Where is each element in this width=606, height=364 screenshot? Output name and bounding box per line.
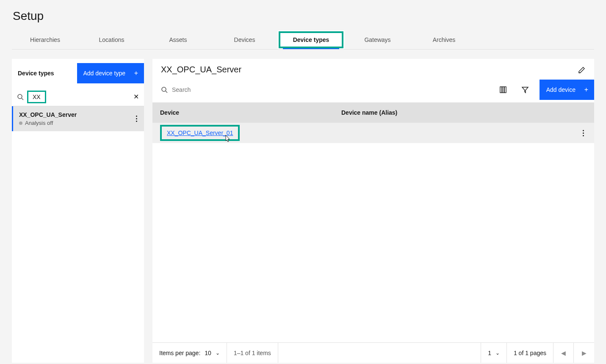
page-value: 1 [488, 350, 491, 356]
tab-assets[interactable]: Assets [145, 30, 211, 49]
setup-tabs: Hierarchies Locations Assets Devices Dev… [12, 30, 594, 50]
status-dot-icon [19, 121, 22, 125]
sidebar-item-status-text: Analysis off [25, 120, 53, 126]
tab-locations[interactable]: Locations [78, 30, 145, 49]
plus-icon: + [584, 86, 588, 94]
sidebar-search[interactable]: XX ✕ [12, 88, 144, 106]
tab-device-types[interactable]: Device types [278, 30, 344, 49]
sidebar-item-name: XX_OPC_UA_Server [19, 111, 77, 118]
page-title: Setup [0, 0, 606, 30]
sidebar-item-status: Analysis off [19, 120, 77, 126]
svg-point-0 [18, 94, 22, 99]
main-panel: XX_OPC_UA_Server Add device + Device [152, 59, 594, 363]
sidebar-item-opc-server[interactable]: XX_OPC_UA_Server Analysis off [12, 106, 144, 131]
sidebar-item-menu-icon[interactable] [133, 114, 140, 124]
clear-search-icon[interactable]: ✕ [133, 93, 139, 101]
svg-point-3 [162, 87, 166, 91]
add-device-label: Add device [546, 86, 576, 93]
items-range-text: 1–1 of 1 items [234, 350, 271, 356]
devices-search-input[interactable] [172, 86, 489, 93]
devices-search[interactable] [159, 81, 490, 98]
svg-rect-5 [500, 87, 502, 93]
add-device-type-button[interactable]: Add device type + [77, 63, 144, 83]
column-device[interactable]: Device [160, 109, 341, 116]
table-row[interactable]: XX_OPC_UA_Server_01 [152, 123, 594, 143]
tab-archives[interactable]: Archives [411, 30, 477, 49]
items-range: 1–1 of 1 items [227, 343, 278, 363]
row-menu-icon[interactable] [580, 128, 587, 138]
chevron-down-icon: ⌄ [216, 350, 220, 356]
pages-text: 1 of 1 pages [507, 343, 553, 363]
pages-text-label: 1 of 1 pages [514, 350, 546, 356]
columns-icon[interactable] [494, 80, 512, 99]
tab-devices[interactable]: Devices [211, 30, 278, 49]
device-type-title: XX_OPC_UA_Server [161, 65, 241, 74]
tab-hierarchies[interactable]: Hierarchies [12, 30, 78, 49]
sidebar-title: Device types [18, 70, 54, 77]
prev-page-button[interactable]: ◀ [553, 343, 574, 363]
search-icon [161, 86, 168, 93]
device-link-highlight: XX_OPC_UA_Server_01 [160, 125, 240, 141]
table-header: Device Device name (Alias) [152, 102, 594, 123]
svg-rect-7 [504, 87, 506, 93]
toolbar: Add device + [152, 77, 594, 102]
page-select[interactable]: 1 ⌄ [481, 343, 507, 363]
next-page-button[interactable]: ▶ [574, 343, 594, 363]
search-icon [17, 94, 24, 100]
chevron-down-icon: ⌄ [495, 350, 500, 356]
items-per-page-label: Items per page: [159, 350, 200, 356]
edit-icon[interactable] [578, 66, 586, 74]
svg-line-1 [22, 98, 23, 100]
cursor-icon [224, 134, 230, 143]
items-per-page[interactable]: Items per page: 10 ⌄ [152, 343, 227, 363]
device-link[interactable]: XX_OPC_UA_Server_01 [167, 130, 233, 136]
tab-gateways[interactable]: Gateways [344, 30, 411, 49]
filter-icon[interactable] [516, 80, 534, 99]
add-device-type-label: Add device type [83, 70, 125, 77]
pagination: Items per page: 10 ⌄ 1–1 of 1 items 1 ⌄ … [152, 342, 594, 363]
device-types-sidebar: Device types Add device type + XX ✕ XX_O… [12, 59, 144, 363]
add-device-button[interactable]: Add device + [540, 80, 594, 100]
plus-icon: + [134, 70, 138, 77]
svg-line-4 [166, 91, 167, 93]
items-per-page-value: 10 [205, 350, 211, 356]
column-alias[interactable]: Device name (Alias) [341, 109, 587, 116]
sidebar-search-value[interactable]: XX [27, 91, 46, 103]
svg-rect-6 [502, 87, 504, 93]
